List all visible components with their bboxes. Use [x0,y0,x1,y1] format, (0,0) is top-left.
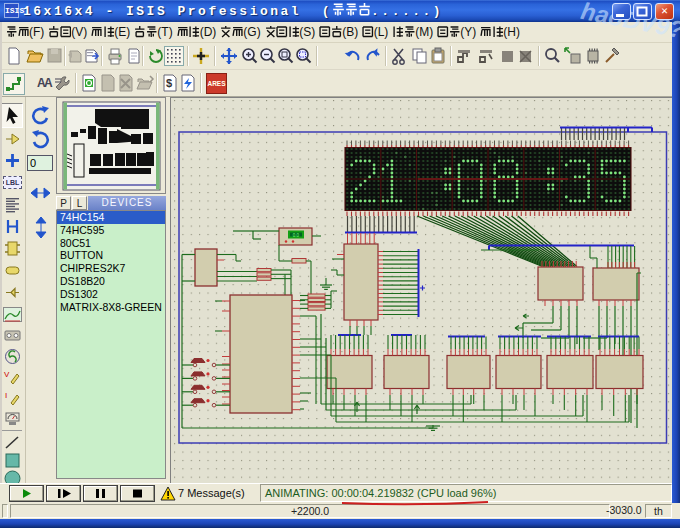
svg-text:A: A [44,76,53,90]
svg-text:V: V [4,370,10,379]
svg-text:I: I [5,391,7,400]
svg-text:0.0: 0.0 [293,233,300,238]
svg-text:$: $ [166,77,172,89]
